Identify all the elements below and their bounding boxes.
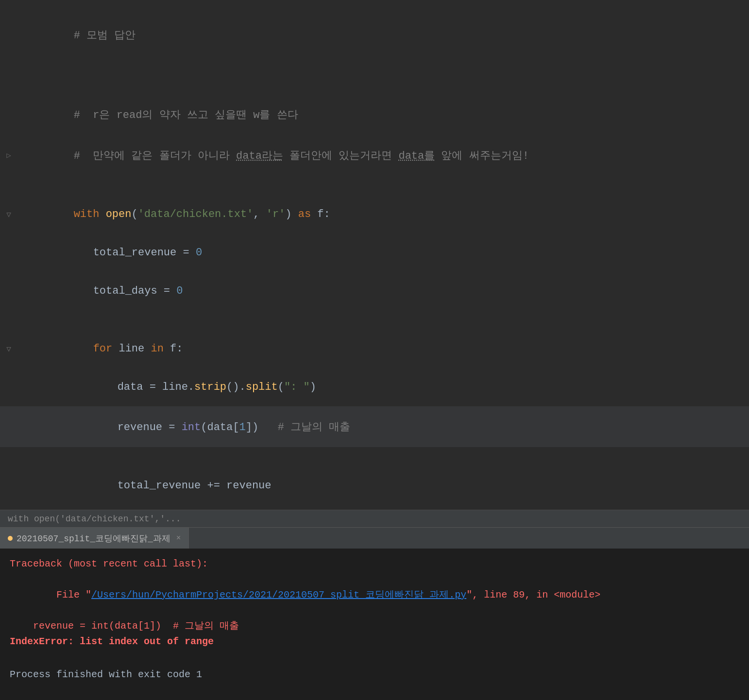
str-mode: 'r': [266, 208, 286, 220]
fold-icon-with[interactable]: ▽: [4, 210, 13, 219]
code-line-empty4: [0, 310, 749, 330]
keyword-with: with: [74, 208, 106, 220]
comment-read: # r은 read의 약자 쓰고 싶을땐 w를 쓴다: [74, 109, 298, 121]
console-line-2: File "/Users/hun/PycharmProjects/2021/20…: [10, 572, 739, 618]
keyword-for: for: [93, 343, 119, 355]
console-area: Traceback (most recent call last): File …: [0, 549, 749, 700]
var-rev2: revenue: [226, 480, 271, 492]
gutter-for: ▽: [0, 345, 17, 353]
line-content-days-init: total_days = 0: [17, 273, 749, 309]
line-content-comment1: # r은 read의 약자 쓰고 싶을땐 w를 쓴다: [17, 95, 749, 134]
gutter-with: ▽: [0, 210, 17, 219]
op-eq3: =: [150, 381, 162, 393]
paren-split-close: ): [310, 381, 316, 393]
console-file-prefix: File ": [45, 589, 91, 600]
code-line-with: ▽ with open('data/chicken.txt', 'r') as …: [0, 195, 749, 233]
op-plus-eq1: +=: [207, 480, 226, 492]
console-file-suffix: ", line 89, in <module>: [466, 589, 600, 600]
paren-split-open: (: [278, 381, 284, 393]
num-zero1: 0: [196, 247, 202, 259]
var-f: f:: [317, 208, 330, 220]
comment-folder-data1: data라는: [236, 150, 283, 162]
fold-icon-for[interactable]: ▽: [4, 345, 13, 353]
num-one: 1: [239, 421, 245, 433]
tab-label: 20210507_split_코딩에빠진닭_과제: [17, 533, 170, 544]
fn-int: int: [182, 421, 201, 433]
var-f2: f:: [170, 343, 183, 355]
gutter-comment2: ▷: [0, 151, 17, 160]
code-line-add-rev: total_revenue += revenue: [0, 467, 749, 505]
code-line-for: ▽ for line in f:: [0, 330, 749, 368]
var-data2: data: [207, 421, 233, 433]
line-content-for: for line in f:: [17, 331, 749, 367]
var-revenue: revenue: [118, 421, 169, 433]
code-line-empty1: [0, 55, 749, 75]
op-eq2: =: [164, 285, 176, 297]
comment-text-1: # 모범 답안: [74, 30, 136, 42]
tab-bar[interactable]: 20210507_split_코딩에빠진닭_과제 ×: [0, 527, 749, 549]
comment-revenue: # 그날의 매출: [258, 421, 350, 433]
code-line-rev-init: total_revenue = 0: [0, 233, 749, 272]
bracket-open: [: [233, 421, 239, 433]
console-line-4: IndexError: list index out of range: [10, 634, 739, 650]
str-path: 'data/chicken.txt': [138, 208, 254, 220]
code-line-1: # 모범 답안: [0, 15, 749, 55]
breadcrumb-bar: with open('data/chicken.txt','...: [0, 510, 749, 527]
tab-item-main[interactable]: 20210507_split_코딩에빠진닭_과제 ×: [0, 528, 189, 549]
tab-close-button[interactable]: ×: [176, 534, 181, 543]
line-content-add-days: total_days += 1: [17, 506, 749, 510]
code-editor[interactable]: # 모범 답안 # r은 read의 약자 쓰고 싶을땐 w를 쓴다 ▷ # 만…: [0, 0, 749, 510]
line-content-with: with open('data/chicken.txt', 'r') as f:: [17, 196, 749, 233]
comment-folder3: 앞에 써주는거임!: [435, 150, 529, 162]
dot1: .: [188, 381, 194, 393]
code-line-revenue: revenue = int(data[1]) # 그날의 매출: [0, 406, 749, 447]
var-total-revenue: total_revenue: [93, 247, 183, 259]
comment-folder-data2: data를: [398, 150, 435, 162]
parens-strip: (): [226, 381, 239, 393]
comment-folder2: 폴더안에 있는거라면: [283, 150, 399, 162]
line-content-comment2: # 만약에 같은 폴더가 아니라 data라는 폴더안에 있는거라면 data를…: [17, 136, 749, 175]
paren-int: (: [201, 421, 207, 433]
line-content-add-rev: total_revenue += revenue: [17, 467, 749, 504]
keyword-as: as: [298, 208, 318, 220]
code-line-empty2: [0, 75, 749, 94]
line-content-rev-init: total_revenue = 0: [17, 234, 749, 271]
line-content-1: # 모범 답안: [17, 16, 749, 54]
code-line-add-days: ▷ total_days += 1: [0, 505, 749, 510]
op-eq1: =: [183, 247, 195, 259]
var-total-rev2: total_revenue: [118, 480, 207, 492]
console-line-3: revenue = int(data[1]) # 그날의 매출: [10, 618, 739, 634]
console-line-6: Process finished with exit code 1: [10, 667, 739, 683]
dot2: .: [239, 381, 245, 393]
keyword-in: in: [151, 343, 170, 355]
op-eq4: =: [169, 421, 181, 433]
line-content-revenue: revenue = int(data[1]) # 그날의 매출: [17, 407, 749, 446]
fold-icon-comment2[interactable]: ▷: [4, 151, 13, 160]
editor-container: # 모범 답안 # r은 read의 약자 쓰고 싶을땐 w를 쓴다 ▷ # 만…: [0, 0, 749, 700]
console-line-1: Traceback (most recent call last):: [10, 556, 739, 572]
code-line-empty3: [0, 176, 749, 195]
code-line-days-init: total_days = 0: [0, 272, 749, 310]
var-data: data: [118, 381, 150, 393]
code-line-comment2: ▷ # 만약에 같은 폴더가 아니라 data라는 폴더안에 있는거라면 dat…: [0, 135, 749, 176]
paren-open: (: [131, 208, 137, 220]
fn-open: open: [106, 208, 132, 220]
fn-strip: strip: [194, 381, 226, 393]
str-colon: ": ": [284, 381, 310, 393]
paren-close: ): [285, 208, 298, 220]
console-file-link[interactable]: /Users/hun/PycharmProjects/2021/20210507…: [91, 589, 466, 600]
bracket-close: ]): [246, 421, 258, 433]
var-total-days: total_days: [93, 285, 164, 297]
line-content-data: data = line.strip().split(": "): [17, 369, 749, 405]
var-line2: line: [162, 381, 188, 393]
fn-split: split: [246, 381, 278, 393]
code-line-comment1: # r은 read의 약자 쓰고 싶을땐 w를 쓴다: [0, 94, 749, 135]
console-line-5: [10, 650, 739, 667]
tab-dot: [8, 536, 13, 541]
code-line-data: data = line.strip().split(": "): [0, 368, 749, 406]
comma1: ,: [253, 208, 266, 220]
num-zero2: 0: [176, 285, 183, 297]
breadcrumb-text: with open('data/chicken.txt','...: [8, 514, 181, 524]
code-line-empty5: [0, 447, 749, 467]
comment-folder: # 만약에 같은 폴더가 아니라: [74, 150, 236, 162]
